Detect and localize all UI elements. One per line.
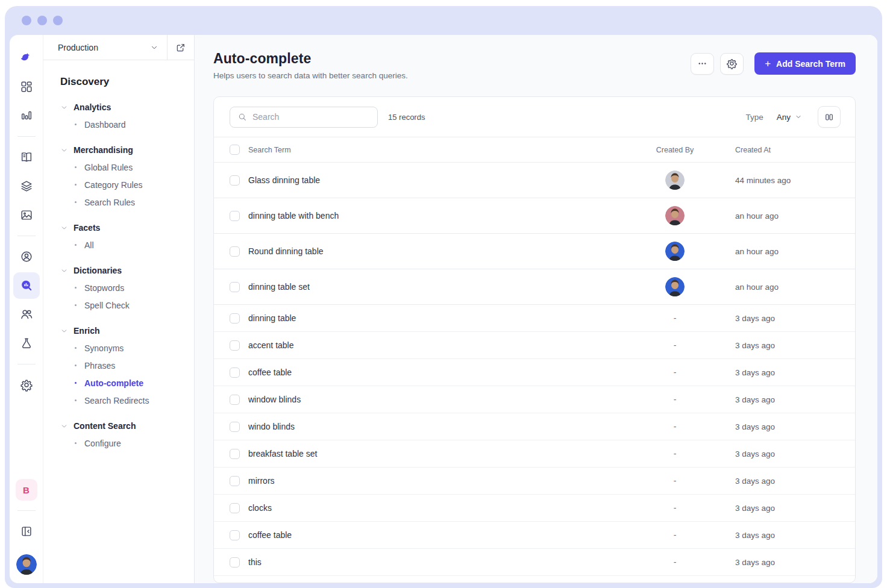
nav-item-label: Configure bbox=[84, 439, 121, 448]
analytics-bars-icon[interactable] bbox=[13, 102, 40, 129]
row-checkbox[interactable] bbox=[230, 503, 240, 513]
add-search-term-button[interactable]: + Add Search Term bbox=[754, 52, 856, 75]
row-checkbox[interactable] bbox=[230, 175, 240, 186]
row-checkbox[interactable] bbox=[230, 246, 240, 257]
open-external-button[interactable] bbox=[167, 35, 194, 60]
search-term-cell: breakfast table set bbox=[248, 449, 548, 458]
table-row[interactable]: Glass dinning table 44 minutes ago bbox=[214, 163, 855, 198]
user-avatar[interactable] bbox=[16, 554, 37, 575]
nav-item[interactable]: Auto-complete bbox=[60, 374, 186, 392]
nav-item-list: Stopwords Spell Check bbox=[60, 279, 186, 314]
more-actions-button[interactable] bbox=[691, 53, 714, 75]
nav-section-toggle[interactable]: Content Search bbox=[60, 421, 186, 431]
account-circle-icon[interactable] bbox=[13, 243, 40, 270]
nav-item[interactable]: Dashboard bbox=[60, 116, 186, 133]
table-row[interactable]: mirrors - 3 days ago bbox=[214, 468, 855, 495]
bullet-dot bbox=[75, 382, 77, 384]
row-checkbox[interactable] bbox=[230, 340, 240, 351]
settings-gear-icon[interactable] bbox=[13, 372, 40, 398]
table-row[interactable]: dinning table set an hour ago bbox=[214, 269, 855, 305]
nav-section-label: Merchandising bbox=[74, 145, 133, 155]
nav-item[interactable]: Phrases bbox=[60, 357, 186, 374]
discovery-search-icon[interactable] bbox=[13, 272, 40, 299]
row-checkbox[interactable] bbox=[230, 313, 240, 324]
row-checkbox[interactable] bbox=[230, 395, 240, 405]
row-checkbox[interactable] bbox=[230, 530, 240, 540]
chevron-down-icon bbox=[60, 104, 68, 111]
nav-item-label: Auto-complete bbox=[84, 378, 143, 388]
row-checkbox[interactable] bbox=[230, 422, 240, 432]
dashboard-icon[interactable] bbox=[13, 74, 40, 100]
collapse-sidebar-icon[interactable] bbox=[13, 518, 40, 545]
gear-icon bbox=[726, 58, 738, 69]
row-checkbox[interactable] bbox=[230, 449, 240, 459]
window-dot[interactable] bbox=[53, 16, 63, 25]
nav-section-label: Dictionaries bbox=[74, 266, 122, 275]
table-row[interactable]: Round dinning table an hour ago bbox=[214, 234, 855, 269]
experiments-flask-icon[interactable] bbox=[13, 330, 40, 357]
select-all-checkbox[interactable] bbox=[230, 145, 240, 155]
nav-section-toggle[interactable]: Dictionaries bbox=[60, 266, 186, 275]
table-row[interactable]: clocks - 3 days ago bbox=[214, 495, 855, 522]
nav-section-toggle[interactable]: Facets bbox=[60, 223, 186, 233]
nav-item[interactable]: Synonyms bbox=[60, 339, 186, 357]
bullet-dot bbox=[75, 364, 77, 366]
row-checkbox[interactable] bbox=[230, 211, 240, 221]
catalog-book-icon[interactable] bbox=[13, 144, 40, 170]
nav-section: Merchandising Global Rules Category Rule… bbox=[60, 145, 186, 211]
table-row[interactable]: coffee table - 3 days ago bbox=[214, 359, 855, 386]
search-input[interactable] bbox=[252, 112, 371, 122]
nav-section-toggle[interactable]: Enrich bbox=[60, 326, 186, 336]
nav-item[interactable]: Search Redirects bbox=[60, 392, 186, 409]
table-row[interactable]: sofa chair - 3 days ago bbox=[214, 576, 855, 583]
chevron-down-icon bbox=[60, 224, 68, 232]
environment-select[interactable]: Production bbox=[43, 35, 167, 60]
bullet-dot bbox=[75, 304, 77, 306]
created-by-empty: - bbox=[674, 313, 677, 323]
avatar bbox=[665, 277, 685, 296]
created-by-empty: - bbox=[674, 557, 677, 567]
table-row[interactable]: accent table - 3 days ago bbox=[214, 332, 855, 359]
nav-item[interactable]: Category Rules bbox=[60, 176, 186, 193]
chevron-down-icon bbox=[60, 146, 68, 154]
chevron-down-icon bbox=[795, 113, 802, 120]
workspace-badge[interactable]: B bbox=[16, 479, 37, 501]
type-filter-select[interactable]: Any bbox=[777, 113, 802, 122]
nav-item[interactable]: Global Rules bbox=[60, 158, 186, 176]
created-at-cell: an hour ago bbox=[735, 211, 841, 220]
row-checkbox[interactable] bbox=[230, 557, 240, 568]
created-at-cell: 3 days ago bbox=[735, 558, 841, 567]
nav-item[interactable]: All bbox=[60, 236, 186, 254]
logo-bird-icon[interactable] bbox=[13, 45, 40, 71]
settings-button[interactable] bbox=[720, 53, 744, 75]
nav-item[interactable]: Search Rules bbox=[60, 193, 186, 211]
row-checkbox[interactable] bbox=[230, 476, 240, 486]
table-row[interactable]: dinning table with bench an hour ago bbox=[214, 198, 855, 234]
table-row[interactable]: coffee table - 3 days ago bbox=[214, 522, 855, 549]
images-icon[interactable] bbox=[13, 202, 40, 228]
nav-section-toggle[interactable]: Merchandising bbox=[60, 145, 186, 155]
table-row[interactable]: breakfast table set - 3 days ago bbox=[214, 440, 855, 468]
nav-item[interactable]: Stopwords bbox=[60, 279, 186, 296]
table-row[interactable]: window blinds - 3 days ago bbox=[214, 386, 855, 413]
created-at-cell: 3 days ago bbox=[735, 531, 841, 540]
nav-section-toggle[interactable]: Analytics bbox=[60, 102, 186, 112]
nav-item[interactable]: Spell Check bbox=[60, 296, 186, 314]
row-checkbox[interactable] bbox=[230, 282, 240, 292]
icon-rail: B bbox=[10, 35, 43, 583]
column-settings-button[interactable] bbox=[818, 106, 841, 128]
record-count: 15 records bbox=[388, 113, 425, 122]
search-term-cell: coffee table bbox=[248, 530, 548, 540]
layers-icon[interactable] bbox=[13, 173, 40, 199]
nav-item[interactable]: Configure bbox=[60, 434, 186, 452]
window-dot[interactable] bbox=[37, 16, 47, 25]
chevron-down-icon bbox=[150, 43, 158, 52]
team-users-icon[interactable] bbox=[13, 301, 40, 328]
search-box[interactable] bbox=[230, 107, 378, 128]
table-row[interactable]: windo blinds - 3 days ago bbox=[214, 413, 855, 440]
table-row[interactable]: dinning table - 3 days ago bbox=[214, 305, 855, 332]
row-checkbox[interactable] bbox=[230, 367, 240, 378]
window-dot[interactable] bbox=[22, 16, 31, 25]
table-row[interactable]: this - 3 days ago bbox=[214, 549, 855, 576]
nav-item-label: Spell Check bbox=[84, 301, 130, 310]
